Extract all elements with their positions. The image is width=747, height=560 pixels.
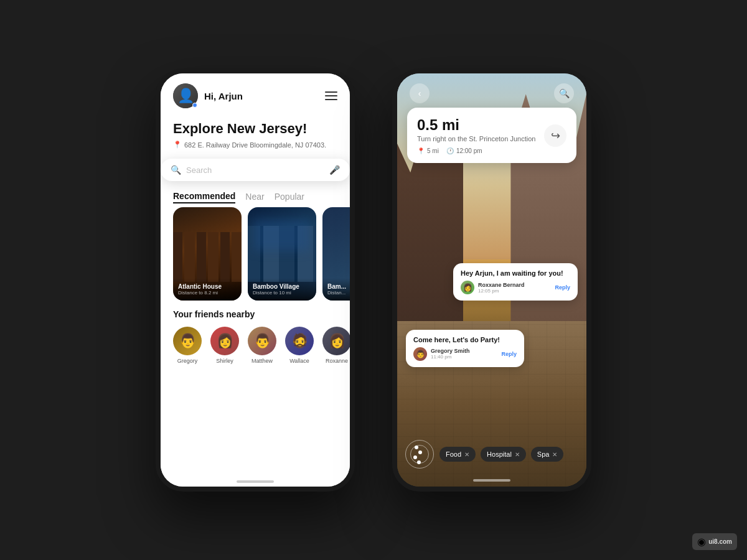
nav-total-dist: 📍 5 mi	[417, 147, 439, 154]
tab-near[interactable]: Near	[245, 192, 264, 203]
watermark-symbol: ◉	[697, 536, 706, 548]
chat-2-avatar: 👨	[413, 347, 427, 361]
card-2-dist: Distance to 10 mi	[253, 290, 311, 296]
card-2-name: Bamboo Village	[253, 283, 311, 290]
friend-name-gregory: Gregory	[177, 358, 198, 364]
home-indicator	[237, 480, 274, 483]
greeting-text: Hi, Arjun	[204, 91, 325, 101]
cards-row: Atlantic House Distance to 8.2 mi Bamboo…	[161, 207, 350, 301]
chat-2-reply-button[interactable]: Reply	[501, 351, 517, 357]
tabs-section: Recommended Near Popular	[161, 181, 350, 207]
card-1-name: Atlantic House	[178, 283, 237, 290]
right-search-button[interactable]: 🔍	[554, 83, 574, 103]
radar-dot-3	[413, 455, 417, 459]
radar-circles	[405, 439, 435, 469]
friends-section: Your friends nearby 👨 Gregory 👩 Shirley …	[161, 301, 350, 364]
chat-2-text: Come here, Let's do Party!	[413, 336, 517, 343]
chat-1-sender-info: Roxxane Bernard 12:05 pm	[478, 282, 551, 294]
radar-dot-1	[415, 446, 418, 449]
chat-message-1: Hey Arjun, I am waiting for you! 👩 Roxxa…	[453, 263, 578, 301]
bottom-bar	[161, 474, 350, 487]
watermark-text: ui8.com	[708, 538, 732, 545]
friend-avatar-wallace: 🧔	[285, 327, 314, 355]
explore-title: Explore New Jersey!	[173, 121, 337, 137]
clock-icon: 🕐	[446, 147, 454, 154]
chat-2-time: 11:40 pm	[431, 354, 497, 360]
right-home-indicator	[473, 479, 510, 482]
header: Hi, Arjun	[161, 73, 350, 113]
nav-dist-value: 5 mi	[427, 147, 439, 154]
friend-wallace[interactable]: 🧔 Wallace	[285, 327, 314, 364]
friend-shirley[interactable]: 👩 Shirley	[210, 327, 239, 364]
chat-2-sender-name: Gregory Smith	[431, 348, 497, 354]
online-dot	[192, 103, 197, 108]
hamburger-menu-icon[interactable]	[325, 91, 337, 100]
card-3[interactable]: Bam... Distan...	[322, 207, 350, 301]
filter-bar: Food ✕ Hospital ✕ Spa ✕	[397, 439, 586, 469]
location-text: 682 E. Railway Drive Bloomingdale, NJ 07…	[184, 141, 326, 149]
scene: Hi, Arjun Explore New Jersey! 📍 682 E. R…	[0, 0, 747, 560]
nav-eta-value: 12:00 pm	[456, 147, 482, 154]
friend-name-wallace: Wallace	[289, 358, 309, 364]
friend-avatar-roxanne: 👩	[322, 327, 350, 355]
watermark: ◉ ui8.com	[692, 533, 737, 550]
search-bar[interactable]: 🔍 Search 🎤	[161, 159, 350, 181]
chat-1-sender-name: Roxxane Bernard	[478, 282, 551, 288]
filter-food-close-icon[interactable]: ✕	[464, 451, 469, 458]
tab-recommended[interactable]: Recommended	[173, 191, 235, 203]
nav-card: 0.5 mi Turn right on the St. Princeton J…	[407, 108, 576, 163]
friend-avatar-shirley: 👩	[210, 327, 239, 355]
filter-hospital[interactable]: Hospital ✕	[481, 447, 526, 462]
card-3-dist: Distan...	[327, 290, 350, 296]
friend-name-roxanne: Roxanne	[326, 358, 348, 364]
friend-avatar-gregory: 👨	[173, 327, 202, 355]
radar-dot-4	[417, 460, 421, 464]
turn-direction-icon: ↪	[544, 124, 566, 147]
friend-roxanne[interactable]: 👩 Roxanne	[322, 327, 350, 364]
friend-matthew[interactable]: 👨 Matthew	[248, 327, 276, 364]
filter-spa-label: Spa	[537, 450, 550, 458]
search-input[interactable]: Search	[186, 166, 329, 175]
chat-message-2: Come here, Let's do Party! 👨 Gregory Smi…	[406, 330, 524, 367]
right-phone: ‹ 🔍 0.5 mi Turn right on the St. Princet…	[392, 68, 591, 492]
friends-row: 👨 Gregory 👩 Shirley 👨 Matthew 🧔 Wallace	[173, 327, 337, 364]
chat-2-sender-info: Gregory Smith 11:40 pm	[431, 348, 497, 360]
explore-section: Explore New Jersey! 📍 682 E. Railway Dri…	[161, 113, 350, 152]
filter-food-label: Food	[446, 450, 461, 458]
radar-widget	[405, 439, 435, 469]
chat-1-avatar: 👩	[461, 281, 474, 294]
filter-hospital-close-icon[interactable]: ✕	[515, 451, 520, 458]
filter-food[interactable]: Food ✕	[439, 447, 476, 462]
right-top-bar: ‹ 🔍	[397, 73, 586, 110]
radar-dot-2	[418, 450, 422, 454]
friend-avatar-matthew: 👨	[248, 327, 276, 355]
tab-popular[interactable]: Popular	[275, 192, 304, 203]
mic-icon[interactable]: 🎤	[329, 165, 340, 175]
filter-spa[interactable]: Spa ✕	[531, 447, 564, 462]
nav-meta: 📍 5 mi 🕐 12:00 pm	[417, 147, 566, 154]
card-1-dist: Distance to 8.2 mi	[178, 290, 237, 296]
left-phone: Hi, Arjun Explore New Jersey! 📍 682 E. R…	[156, 68, 355, 492]
card-2[interactable]: Bamboo Village Distance to 10 mi	[248, 207, 316, 301]
friend-gregory[interactable]: 👨 Gregory	[173, 327, 202, 364]
nav-eta: 🕐 12:00 pm	[446, 147, 482, 154]
filter-spa-close-icon[interactable]: ✕	[552, 451, 557, 458]
chat-1-text: Hey Arjun, I am waiting for you!	[461, 269, 570, 277]
friend-name-matthew: Matthew	[251, 358, 273, 364]
chat-1-reply-button[interactable]: Reply	[555, 284, 570, 291]
card-1[interactable]: Atlantic House Distance to 8.2 mi	[173, 207, 242, 301]
filter-hospital-label: Hospital	[487, 450, 512, 458]
search-icon: 🔍	[171, 165, 181, 175]
back-button[interactable]: ‹	[410, 83, 430, 103]
card-3-name: Bam...	[327, 283, 350, 290]
search-bar-wrapper: 🔍 Search 🎤	[161, 152, 350, 181]
friends-title: Your friends nearby	[173, 309, 337, 319]
friend-name-shirley: Shirley	[216, 358, 233, 364]
avatar[interactable]	[173, 83, 198, 108]
chat-1-time: 12:05 pm	[478, 288, 551, 294]
location-pin-icon: 📍	[173, 141, 182, 149]
pin-icon: 📍	[417, 147, 425, 154]
